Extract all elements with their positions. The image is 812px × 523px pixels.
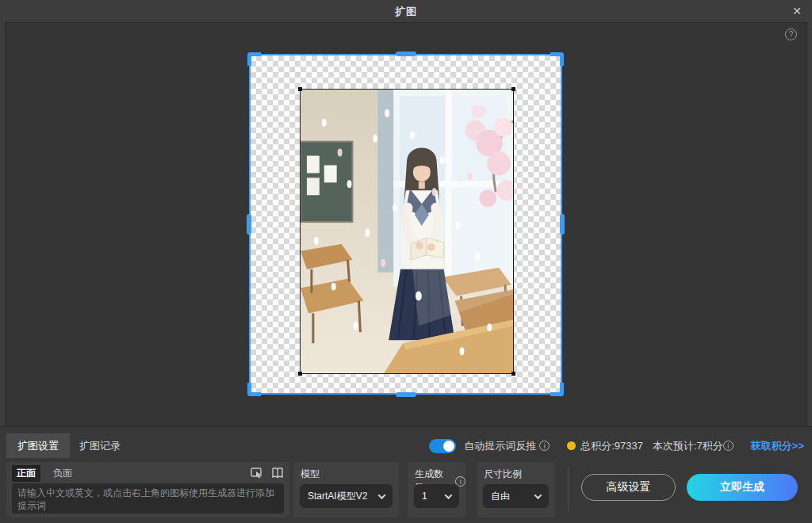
ratio-label: 尺寸比例 (484, 468, 522, 481)
advanced-settings-button[interactable]: 高级设置 (581, 474, 676, 501)
resize-handle-top-left[interactable] (247, 52, 261, 66)
chevron-down-icon (378, 491, 386, 499)
info-icon[interactable]: i (539, 441, 550, 451)
resize-handle-right[interactable] (560, 214, 565, 235)
model-value: StartAI模型V2 (308, 490, 367, 503)
ratio-panel: 尺寸比例 自由 (477, 462, 555, 517)
status-row: 自动提示词反推 i 总积分:97337 本次预计:7积分 i 获取积分>> (429, 433, 804, 458)
info-icon[interactable]: i (723, 441, 733, 451)
auto-prompt-toggle[interactable] (429, 439, 456, 453)
ratio-value: 自由 (491, 490, 510, 503)
image-corner-anchor[interactable] (298, 372, 302, 376)
resize-handle-top[interactable] (396, 52, 416, 56)
outpaint-dialog: 扩图 ✕ ? (0, 0, 812, 523)
canvas-area: ? (5, 22, 807, 426)
prompt-tabs: 正面 负面 (12, 465, 284, 481)
model-select[interactable]: StartAI模型V2 (300, 484, 393, 508)
prompt-tab-positive[interactable]: 正面 (12, 465, 40, 482)
chevron-down-icon (445, 491, 453, 499)
resize-handle-bottom-left[interactable] (247, 383, 261, 396)
resize-handle-bottom-right[interactable] (550, 383, 564, 396)
image-corner-anchor[interactable] (511, 87, 515, 91)
points-estimate: 本次预计:7积分 (653, 439, 723, 453)
classroom-illustration (301, 90, 513, 373)
ratio-select[interactable]: 自由 (483, 484, 549, 508)
points-total: 总积分:97337 (580, 439, 643, 453)
generate-button[interactable]: 立即生成 (687, 474, 798, 501)
prompt-dictionary-icon[interactable] (271, 468, 284, 479)
prompt-generator-icon[interactable] (251, 468, 263, 479)
prompt-input[interactable] (12, 483, 284, 513)
divider (568, 467, 569, 513)
image-corner-anchor[interactable] (511, 372, 515, 376)
outpaint-selection-box[interactable] (249, 54, 562, 395)
tab-outpaint-history[interactable]: 扩图记录 (68, 433, 132, 458)
quantity-value: 1 (422, 491, 427, 502)
prompt-panel: 正面 负面 (6, 462, 289, 517)
image-corner-anchor[interactable] (298, 87, 302, 91)
resize-handle-left[interactable] (247, 214, 251, 235)
toggle-knob (443, 441, 454, 452)
dialog-title: 扩图 (0, 5, 812, 19)
model-label: 模型 (301, 468, 320, 481)
chevron-down-icon (534, 491, 542, 499)
prompt-tab-negative[interactable]: 负面 (48, 465, 77, 482)
resize-handle-bottom[interactable] (396, 392, 416, 397)
tab-outpaint-settings[interactable]: 扩图设置 (6, 433, 70, 458)
settings-panel: 扩图设置 扩图记录 自动提示词反推 i 总积分:97337 本次预计:7积分 i… (0, 426, 812, 523)
help-icon[interactable]: ? (785, 29, 797, 40)
coin-icon (567, 441, 576, 450)
quantity-panel: 生成数量 i 1 (408, 462, 465, 517)
quantity-select[interactable]: 1 (414, 484, 459, 508)
model-panel: 模型 StartAI模型V2 (293, 462, 399, 517)
preview-image (300, 89, 514, 374)
auto-prompt-label: 自动提示词反推 (464, 439, 536, 453)
get-points-link[interactable]: 获取积分>> (751, 439, 804, 453)
resize-handle-top-right[interactable] (550, 52, 564, 66)
close-icon[interactable]: ✕ (788, 2, 806, 20)
title-bar: 扩图 ✕ (0, 0, 812, 22)
